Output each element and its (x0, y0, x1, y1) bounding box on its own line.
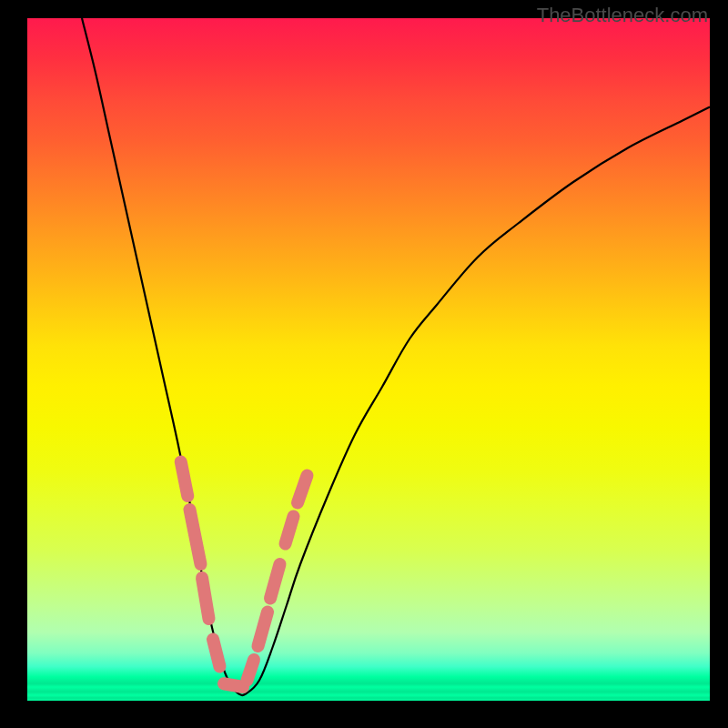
marker-segment (258, 612, 268, 647)
marker-segment (298, 476, 308, 503)
highlight-markers (181, 462, 308, 688)
marker-segment (286, 517, 294, 544)
chart-frame: TheBottleneck.com (0, 0, 728, 728)
marker-segment (248, 660, 255, 681)
watermark-text: TheBottleneck.com (537, 4, 708, 27)
plot-area (27, 18, 710, 701)
marker-segment (190, 510, 201, 564)
marker-segment (202, 578, 209, 619)
bottleneck-curve (82, 18, 710, 695)
marker-segment (224, 683, 243, 687)
marker-segment (270, 564, 280, 599)
marker-segment (213, 640, 220, 667)
chart-svg (27, 18, 710, 701)
marker-segment (181, 462, 188, 497)
